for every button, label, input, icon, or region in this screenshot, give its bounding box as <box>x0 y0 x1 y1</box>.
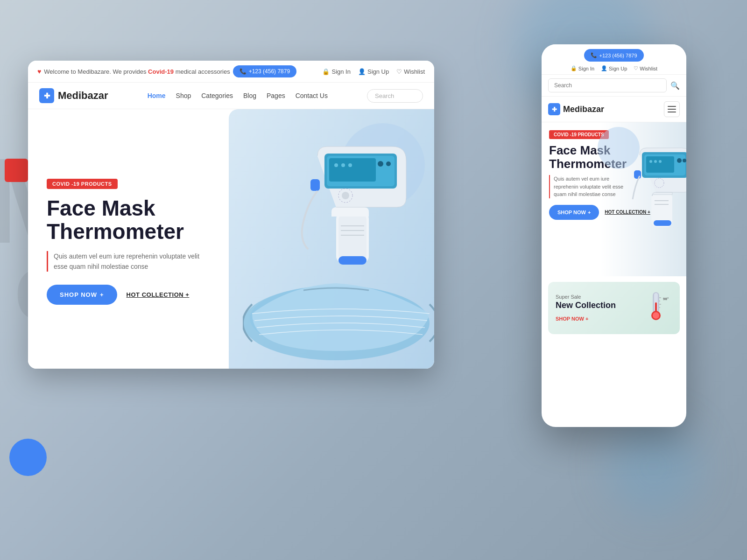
mobile-phone-icon: 📞 <box>591 52 597 58</box>
hamburger-line-2 <box>668 109 676 110</box>
mobile-logo-cross: ✚ <box>552 106 557 113</box>
phone-button[interactable]: 📞 +123 (456) 7879 <box>233 65 296 77</box>
svg-point-27 <box>683 159 686 162</box>
mobile-plus-icon: + <box>588 210 591 215</box>
desktop-topbar: ♥ Welcome to Medibazare. We provides Cov… <box>28 61 434 83</box>
mobile-wishlist[interactable]: ♡ Wishlist <box>634 65 657 71</box>
bg-red-square <box>5 159 28 182</box>
desktop-search[interactable]: Search <box>367 89 423 103</box>
svg-rect-35 <box>655 302 657 312</box>
phone-number: +123 (456) 7879 <box>249 68 290 75</box>
hero-actions: SHOP NOW + HOT COLLECTION + <box>47 285 210 305</box>
nav-categories[interactable]: Categories <box>201 92 233 99</box>
covid-link[interactable]: Covid-19 <box>148 68 174 75</box>
mobile-logo-text: Medibazar <box>563 105 604 114</box>
svg-rect-14 <box>310 179 320 191</box>
mobile-sale-shop-link[interactable]: SHOP NOW + <box>556 316 588 322</box>
svg-text:98°: 98° <box>663 297 669 301</box>
svg-rect-22 <box>646 156 674 173</box>
svg-point-24 <box>654 160 657 163</box>
desktop-logo[interactable]: ✚ Medibazar <box>39 88 108 103</box>
welcome-text: Welcome to Medibazare. We provides <box>44 68 148 75</box>
hero-title-line2: Thermometer <box>47 220 210 244</box>
topbar-left: ♥ Welcome to Medibazare. We provides Cov… <box>37 65 296 77</box>
shop-now-button[interactable]: SHOP NOW + <box>47 285 117 305</box>
mobile-search-input[interactable] <box>548 78 667 92</box>
svg-point-37 <box>653 312 659 319</box>
svg-point-11 <box>386 161 391 166</box>
logo-text: Medibazar <box>58 90 108 102</box>
mobile-phone-number: +123 (456) 7879 <box>599 53 637 58</box>
mobile-window: 📞 +123 (456) 7879 🔒 Sign In 👤 Sign Up ♡ … <box>542 44 686 427</box>
mobile-circle-deco <box>598 127 640 169</box>
search-placeholder: Search <box>375 92 394 99</box>
mobile-search-bar: 🔍 <box>542 75 686 97</box>
plus-icon: + <box>100 291 104 298</box>
svg-rect-3 <box>338 214 366 261</box>
hero-title: Face Mask Thermometer <box>47 196 210 244</box>
topbar-right: 🔒 Sign In 👤 Sign Up ♡ Wishlist <box>322 68 425 75</box>
svg-rect-18 <box>338 256 366 265</box>
svg-rect-32 <box>654 220 671 226</box>
hamburger-line-1 <box>668 106 676 107</box>
svg-point-10 <box>378 161 383 167</box>
bg-blue-circle <box>9 439 47 476</box>
nav-blog[interactable]: Blog <box>243 92 256 99</box>
mobile-sale-text: Super Sale New Collection SHOP NOW + <box>556 294 616 322</box>
phone-icon: 📞 <box>240 68 247 75</box>
hot-collection-link[interactable]: HOT COLLECTION + <box>127 291 190 298</box>
sale-thermometer-svg: 98° <box>640 288 672 326</box>
sign-in-link[interactable]: 🔒 Sign In <box>322 68 350 75</box>
mobile-sale-super-label: Super Sale <box>556 294 616 300</box>
mobile-sign-in[interactable]: 🔒 Sign In <box>571 65 594 71</box>
mobile-hero-description: Quis autem vel eum iure reprehenin volup… <box>549 175 628 198</box>
desktop-window: ♥ Welcome to Medibazare. We provides Cov… <box>28 61 434 369</box>
hero-title-line1: Face Mask <box>47 196 210 220</box>
mobile-sign-up[interactable]: 👤 Sign Up <box>601 65 627 71</box>
nav-contact[interactable]: Contact Us <box>296 92 328 99</box>
mobile-sale-image: 98° <box>640 288 672 328</box>
welcome-suffix: medical accessories <box>174 68 230 75</box>
mobile-sale-title: New Collection <box>556 301 616 310</box>
svg-point-8 <box>341 163 345 167</box>
mobile-topbar: 📞 +123 (456) 7879 🔒 Sign In 👤 Sign Up ♡ … <box>542 44 686 75</box>
svg-point-13 <box>342 192 349 199</box>
svg-rect-29 <box>634 170 641 179</box>
mobile-sign-in-text: Sign In <box>578 66 594 71</box>
sign-in-text: Sign In <box>331 68 350 75</box>
desktop-navbar: ✚ Medibazar Home Shop Categories Blog Pa… <box>28 83 434 109</box>
mobile-shop-now-button[interactable]: SHOP NOW + <box>549 205 599 220</box>
hero-image-area <box>229 109 434 369</box>
svg-point-7 <box>334 163 338 167</box>
mobile-navbar: ✚ Medibazar <box>542 97 686 122</box>
shop-now-label: SHOP NOW <box>60 291 97 298</box>
svg-point-25 <box>659 160 662 163</box>
hero-content: COVID -19 PRODUCTS Face Mask Thermometer… <box>28 160 229 324</box>
mobile-search-icon[interactable]: 🔍 <box>670 81 680 90</box>
hamburger-button[interactable] <box>664 101 680 117</box>
nav-home[interactable]: Home <box>148 92 166 99</box>
covid-badge: COVID -19 PRODUCTS <box>47 179 118 189</box>
svg-rect-6 <box>329 158 376 182</box>
mobile-phone-button[interactable]: 📞 +123 (456) 7879 <box>584 49 643 62</box>
wishlist-text: Wishlist <box>404 68 425 75</box>
mobile-user-icon: 👤 <box>601 65 607 71</box>
thermometer-gun-svg <box>299 119 420 277</box>
topbar-welcome: Welcome to Medibazare. We provides Covid… <box>44 68 230 75</box>
logo-cross: ✚ <box>44 91 50 100</box>
desktop-hero: COVID -19 PRODUCTS Face Mask Thermometer… <box>28 109 434 369</box>
svg-point-23 <box>649 160 652 163</box>
nav-shop[interactable]: Shop <box>176 92 191 99</box>
user-icon: 👤 <box>358 68 366 75</box>
mobile-lock-icon: 🔒 <box>571 65 577 71</box>
mobile-wishlist-text: Wishlist <box>640 66 657 71</box>
heart-icon: ♥ <box>37 68 41 75</box>
nav-pages[interactable]: Pages <box>267 92 285 99</box>
sign-up-link[interactable]: 👤 Sign Up <box>358 68 389 75</box>
logo-icon: ✚ <box>39 88 54 103</box>
bg-decoration-circle-2 <box>607 420 700 513</box>
hamburger-line-3 <box>668 112 676 112</box>
wishlist-link[interactable]: ♡ Wishlist <box>396 68 425 75</box>
mobile-top-actions: 🔒 Sign In 👤 Sign Up ♡ Wishlist <box>548 65 680 71</box>
mobile-logo[interactable]: ✚ Medibazar <box>548 103 604 115</box>
